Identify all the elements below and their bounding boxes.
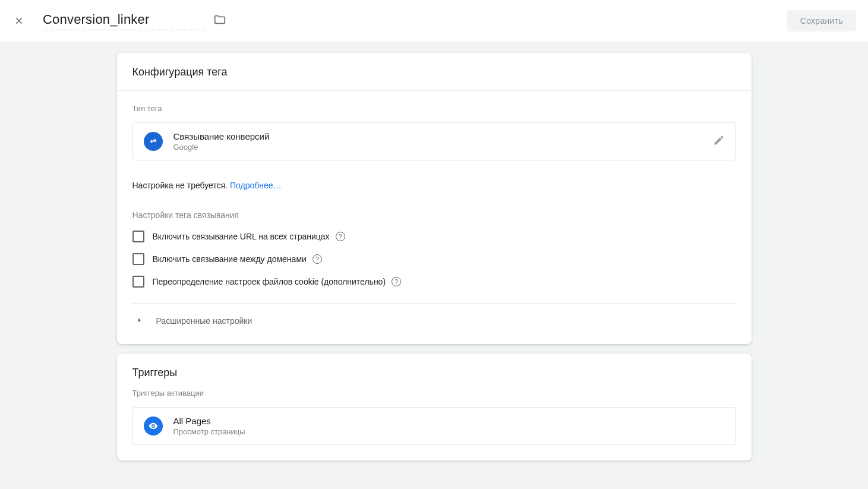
option-cross-domain: Включить связывание между доменами ? xyxy=(132,253,736,265)
option-label: Включить связывание между доменами xyxy=(153,254,307,264)
triggers-title: Триггеры xyxy=(117,354,752,384)
option-label: Переопределение настроек файлов cookie (… xyxy=(153,277,386,286)
chevron-right-icon xyxy=(136,316,143,326)
tag-type-selector[interactable]: Связывание конверсий Google xyxy=(132,122,736,160)
close-button[interactable] xyxy=(12,14,26,28)
close-icon xyxy=(14,16,24,26)
checkbox-cross-domain[interactable] xyxy=(132,253,144,265)
option-url-linking: Включить связывание URL на всех страница… xyxy=(132,231,736,242)
no-setup-text: Настройка не требуется. Подробнее… xyxy=(132,181,736,190)
tag-config-card: Конфигурация тега Тип тега Связывание ко… xyxy=(117,53,752,344)
edit-tag-type-button[interactable] xyxy=(713,134,725,149)
folder-icon xyxy=(213,13,226,26)
checkbox-url-linking[interactable] xyxy=(132,231,144,242)
help-icon[interactable]: ? xyxy=(392,277,401,286)
tag-name-input[interactable] xyxy=(43,12,206,30)
option-label: Включить связывание URL на всех страница… xyxy=(153,232,330,241)
help-icon[interactable]: ? xyxy=(336,232,345,241)
save-button[interactable]: Сохранить xyxy=(787,10,856,31)
triggers-card: Триггеры Триггеры активации All Pages Пр… xyxy=(117,354,752,460)
linker-settings-heading: Настройки тега связывания xyxy=(132,210,736,220)
tag-config-title: Конфигурация тега xyxy=(117,53,752,91)
tag-type-vendor: Google xyxy=(173,143,713,152)
pageview-icon xyxy=(144,417,163,436)
learn-more-link[interactable]: Подробнее… xyxy=(230,181,282,190)
trigger-type: Просмотр страницы xyxy=(173,427,245,436)
option-cookie-override: Переопределение настроек файлов cookie (… xyxy=(132,276,736,288)
advanced-settings-toggle[interactable]: Расширенные настройки xyxy=(132,304,736,329)
activation-triggers-label: Триггеры активации xyxy=(132,389,736,397)
conversion-linker-icon xyxy=(144,132,163,151)
checkbox-cookie-override[interactable] xyxy=(132,276,144,288)
trigger-row[interactable]: All Pages Просмотр страницы xyxy=(132,407,736,445)
help-icon[interactable]: ? xyxy=(313,254,322,264)
tag-type-name: Связывание конверсий xyxy=(173,131,713,141)
advanced-settings-label: Расширенные настройки xyxy=(156,316,252,326)
trigger-name: All Pages xyxy=(173,416,245,426)
folder-button[interactable] xyxy=(213,13,226,29)
tag-type-label: Тип тега xyxy=(132,104,736,113)
dialog-header: Сохранить xyxy=(0,0,868,42)
pencil-icon xyxy=(713,134,725,146)
